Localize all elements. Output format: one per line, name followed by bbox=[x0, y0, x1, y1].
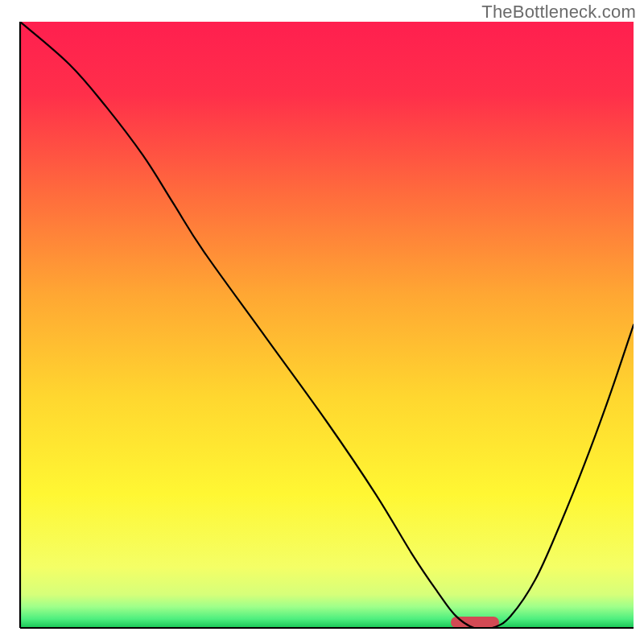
chart-stage: { "watermark": "TheBottleneck.com", "plo… bbox=[0, 0, 644, 644]
bottleneck-chart bbox=[0, 0, 644, 644]
watermark-text: TheBottleneck.com bbox=[481, 2, 636, 23]
gradient-background bbox=[20, 22, 634, 628]
